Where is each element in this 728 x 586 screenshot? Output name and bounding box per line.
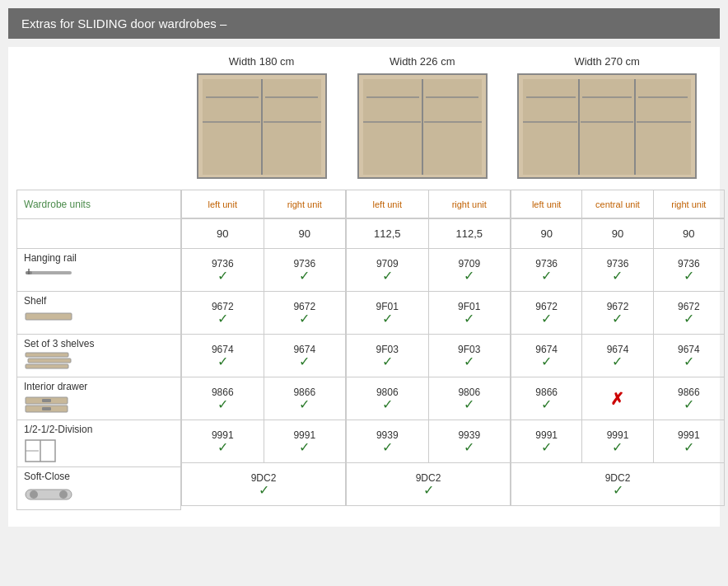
width-226-drawer-left: 9806 ✓ [346,377,428,420]
wardrobe-images-row: Width 180 cm [181,55,712,183]
svg-rect-24 [26,271,72,274]
width-270-division-right: 9991 ✓ [653,420,725,463]
width-180-softclose-merged: 9DC2 ✓ [181,463,346,506]
width-270-size-right: 90 [653,219,725,249]
set-of-3-shelves-label: Set of 3 shelves [16,335,181,377]
width-180-size-left: 90 [181,219,264,249]
hanging-rail-text: Hanging rail [24,252,77,264]
width-226-sizes: 112,5 112,5 [346,219,511,249]
hanging-rail-label: Hanging rail [16,249,181,292]
wardrobe-226-title: Width 226 cm [390,55,455,68]
svg-rect-28 [26,353,68,357]
width-226-3shelves: 9F03 ✓ 9F03 ✓ [346,335,511,377]
width-270-3shelves: 9674 ✓ 9674 ✓ 9674 ✓ [511,335,725,377]
width-180-left-header: left unit [181,190,264,218]
width-180-3shelves-left: 9674 ✓ [181,335,264,377]
width-270-size-left: 90 [511,219,581,249]
soft-close-label: Soft-Close [16,467,181,510]
wardrobe-180-svg [196,73,328,180]
division-text: 1/2-1/2-Division [24,424,92,435]
width-226-drawer-right: 9806 ✓ [428,377,511,420]
width-180-division-left: 9991 ✓ [181,420,264,463]
soft-close-icon [24,485,73,502]
width-226-3shelves-left: 9F03 ✓ [346,335,428,377]
interior-drawer-label: Interior drawer [16,377,181,420]
width-226-shelf: 9F01 ✓ 9F01 ✓ [346,292,511,335]
wardrobe-units-text: Wardrobe units [24,199,91,210]
width-180-drawer: 9866 ✓ 9866 ✓ [181,377,346,420]
width-180-drawer-left: 9866 ✓ [181,377,264,420]
width-180-size-right: 90 [264,219,347,249]
division-label: 1/2-1/2-Division [16,420,181,467]
hanging-rail-icon [24,267,73,279]
wardrobe-270-column: Width 270 cm [502,55,712,183]
width-180-shelf: 9672 ✓ 9672 ✓ [181,292,346,335]
width-226-shelf-left: 9F01 ✓ [346,292,428,335]
width-180-drawer-right: 9866 ✓ [264,377,347,420]
width-226-hanging-left: 9709 ✓ [346,249,428,292]
width-270-shelf-central: 9672 ✓ [581,292,652,335]
soft-close-text: Soft-Close [24,471,70,482]
svg-rect-34 [42,407,51,410]
width-180-division: 9991 ✓ 9991 ✓ [181,420,346,463]
wardrobe-226-svg [357,73,488,180]
width-180-3shelves-right: 9674 ✓ [264,335,347,377]
drawer-icon [24,396,69,415]
width-226-shelf-right: 9F01 ✓ [428,292,511,335]
main-content: Width 180 cm [8,47,720,527]
division-icon [24,438,57,463]
width-270-drawer-left: 9866 ✓ [511,377,581,420]
width-180-section: left unit right unit 90 90 9736 ✓ [181,190,346,510]
width-226-division-left: 9939 ✓ [346,420,428,463]
width-180-division-right: 9991 ✓ [264,420,347,463]
data-columns: left unit right unit 90 90 9736 ✓ [181,190,725,510]
width-270-sizes: 90 90 90 [511,219,725,249]
width-270-softclose-merged: 9DC2 ✓ [511,463,725,506]
width-270-softclose: 9DC2 ✓ [511,463,725,506]
width-180-subheaders: left unit right unit [181,190,346,219]
width-270-hanging-rail: 9736 ✓ 9736 ✓ 9736 ✓ [511,249,725,292]
wardrobe-226-column: Width 226 cm [342,55,502,183]
interior-drawer-text: Interior drawer [24,381,87,392]
svg-rect-30 [26,364,68,368]
width-270-division-central: 9991 ✓ [581,420,652,463]
width-226-softclose-merged: 9DC2 ✓ [346,463,511,506]
width-180-softclose: 9DC2 ✓ [181,463,346,506]
width-226-subheaders: left unit right unit [346,190,511,219]
page-wrapper: Extras for SLIDING door wardrobes – Widt… [0,0,728,535]
svg-rect-27 [26,313,72,320]
wardrobe-180-title: Width 180 cm [229,55,294,68]
width-270-section: left unit central unit right unit 90 90 … [511,190,725,510]
width-180-sizes: 90 90 [181,219,346,249]
width-270-division: 9991 ✓ 9991 ✓ 9991 ✓ [511,420,725,463]
width-270-drawer-central: ✗ [581,377,652,420]
width-226-3shelves-right: 9F03 ✓ [428,335,511,377]
width-180-hanging-rail: 9736 ✓ 9736 ✓ [181,249,346,292]
width-270-right-header: right unit [653,190,725,218]
width-270-shelf-right: 9672 ✓ [653,292,725,335]
width-180-right-header: right unit [264,190,347,218]
width-180-hanging-right: 9736 ✓ [264,249,347,292]
width-226-right-header: right unit [428,190,511,218]
width-270-shelf: 9672 ✓ 9672 ✓ 9672 ✓ [511,292,725,335]
width-270-hanging-right: 9736 ✓ [653,249,725,292]
width-226-division-right: 9939 ✓ [428,420,511,463]
width-226-size-left: 112,5 [346,219,428,249]
wardrobe-180-column: Width 180 cm [181,55,342,183]
width-180-3shelves: 9674 ✓ 9674 ✓ [181,335,346,377]
width-270-size-central: 90 [581,219,652,249]
width-226-left-header: left unit [346,190,428,218]
width-226-division: 9939 ✓ 9939 ✓ [346,420,511,463]
wardrobe-270-title: Width 270 cm [574,55,639,68]
width-226-softclose: 9DC2 ✓ [346,463,511,506]
width-226-hanging-right: 9709 ✓ [428,249,511,292]
table-container: Wardrobe units Hanging rail Shelf [16,190,712,510]
width-226-section: left unit right unit 112,5 112,5 9709 ✓ [346,190,511,510]
width-180-hanging-left: 9736 ✓ [181,249,264,292]
svg-point-39 [30,490,38,499]
svg-point-40 [59,490,68,499]
width-270-drawer-right: 9866 ✓ [653,377,725,420]
width-270-central-header: central unit [581,190,652,218]
width-270-left-header: left unit [511,190,581,218]
width-270-drawer: 9866 ✓ ✗ 9866 ✓ [511,377,725,420]
